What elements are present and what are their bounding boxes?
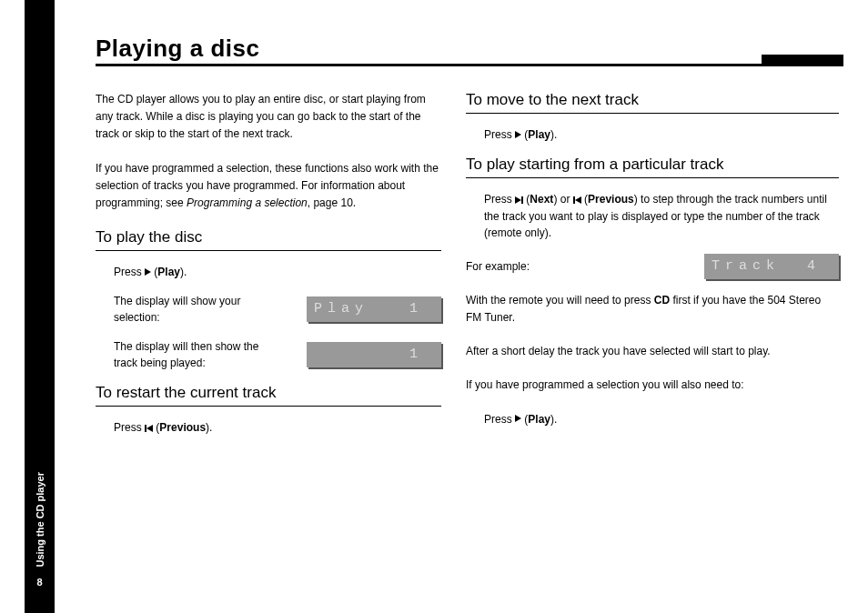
sidebar: Using the CD player 8 xyxy=(25,0,55,613)
intro-paragraph-1: The CD player allows you to play an enti… xyxy=(96,91,441,144)
programmed-note: If you have programmed a selection you w… xyxy=(466,377,839,394)
text: ( xyxy=(581,193,588,206)
page-number: 8 xyxy=(36,577,42,588)
button-label: Play xyxy=(528,413,550,426)
text: , page 10. xyxy=(308,196,356,209)
text: ) or xyxy=(553,193,572,206)
delay-note: After a short delay the track you have s… xyxy=(466,343,839,360)
right-column: To move to the next track Press (Play). … xyxy=(466,91,839,440)
lcd-display-track4: Track 4 xyxy=(704,254,839,279)
play-icon xyxy=(515,415,521,422)
lcd-display-play: Play 1 xyxy=(307,296,441,322)
text: ). xyxy=(180,266,187,278)
text: ). xyxy=(550,413,557,426)
cross-reference: Programming a selection xyxy=(187,196,308,209)
heading-rule xyxy=(466,113,839,114)
title-underline xyxy=(96,64,843,66)
button-label: Previous xyxy=(159,421,206,434)
button-label: Play xyxy=(528,128,550,141)
previous-icon xyxy=(573,191,581,207)
text: With the remote you will need to press xyxy=(466,294,654,306)
display-caption: For example: xyxy=(466,258,630,275)
button-label: Previous xyxy=(588,193,634,206)
heading-restart-track: To restart the current track xyxy=(96,384,441,402)
title-accent-bar xyxy=(762,55,843,64)
instruction-press-play: Press (Play). xyxy=(114,264,441,280)
text: Press xyxy=(484,413,515,426)
button-label: Play xyxy=(157,266,180,278)
left-column: The CD player allows you to play an enti… xyxy=(96,91,441,449)
heading-next-track: To move to the next track xyxy=(466,91,839,109)
display-row-play: The display will show your selection: Pl… xyxy=(96,293,441,326)
next-icon xyxy=(515,191,523,207)
heading-rule xyxy=(466,177,839,178)
display-row-track: The display will then show the track bei… xyxy=(96,338,441,371)
play-icon xyxy=(515,131,521,138)
heading-rule xyxy=(96,250,441,251)
text: Press xyxy=(484,128,515,141)
page-title: Playing a disc xyxy=(96,35,259,63)
play-icon xyxy=(145,268,151,276)
heading-rule xyxy=(96,406,441,407)
lcd-display-track1: 1 xyxy=(307,342,441,367)
remote-note: With the remote you will need to press C… xyxy=(466,292,839,327)
button-label: CD xyxy=(654,294,670,306)
instruction-press-play-final: Press (Play). xyxy=(484,411,839,427)
sidebar-section-label: Using the CD player xyxy=(35,472,45,568)
text: Press xyxy=(114,266,145,278)
instruction-press-previous: Press (Previous). xyxy=(114,419,441,437)
text: Press xyxy=(114,421,145,434)
text: ). xyxy=(206,421,212,434)
text: Press xyxy=(484,193,515,206)
display-row-example: For example: Track 4 xyxy=(466,254,839,279)
display-caption: The display will show your selection: xyxy=(114,293,278,326)
instruction-step-through: Press (Next) or (Previous) to step throu… xyxy=(484,191,839,241)
heading-particular-track: To play starting from a particular track xyxy=(466,156,839,174)
display-caption: The display will then show the track bei… xyxy=(114,338,278,371)
button-label: Next xyxy=(530,193,553,206)
heading-play-disc: To play the disc xyxy=(96,228,441,246)
intro-paragraph-2: If you have programmed a selection, thes… xyxy=(96,160,441,213)
instruction-press-play-next: Press (Play). xyxy=(484,126,839,143)
previous-icon xyxy=(145,419,153,436)
text: ). xyxy=(550,128,557,141)
